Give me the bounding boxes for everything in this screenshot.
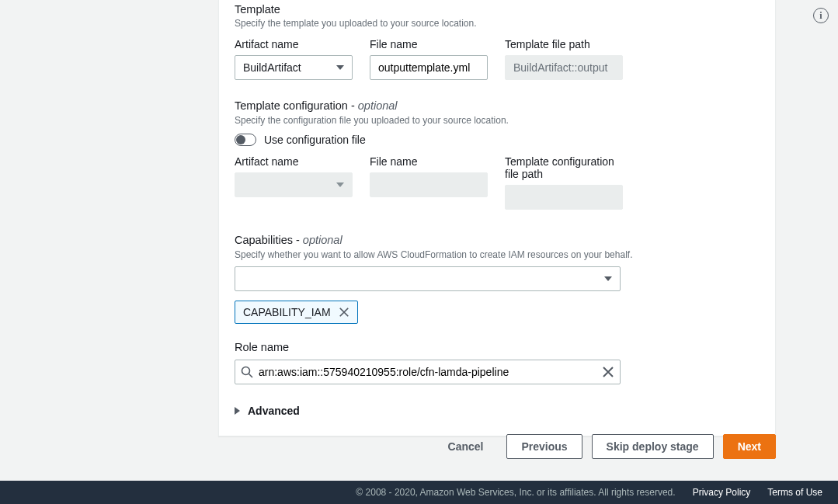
clear-input-icon[interactable]	[602, 366, 614, 378]
template-path-display: BuildArtifact::output	[505, 55, 623, 80]
chevron-down-icon	[336, 65, 344, 70]
privacy-policy-link[interactable]: Privacy Policy	[693, 487, 751, 498]
template-path-label: Template file path	[505, 38, 623, 50]
info-icon[interactable]: i	[813, 8, 829, 23]
config-artifact-select	[235, 172, 353, 197]
chevron-down-icon	[336, 182, 344, 187]
capability-token: CAPABILITY_IAM	[235, 301, 358, 324]
capability-token-label: CAPABILITY_IAM	[243, 306, 331, 318]
footer-copyright: © 2008 - 2020, Amazon Web Services, Inc.…	[356, 487, 675, 498]
artifact-name-value: BuildArtifact	[243, 61, 301, 74]
role-name-label: Role name	[235, 341, 760, 353]
use-config-file-toggle[interactable]	[235, 134, 256, 146]
config-path-display	[505, 185, 623, 210]
template-desc: Specify the template you uploaded to you…	[235, 18, 760, 29]
skip-deploy-button[interactable]: Skip deploy stage	[592, 434, 714, 459]
config-artifact-label: Artifact name	[235, 155, 353, 168]
template-title: Template	[235, 3, 760, 16]
use-config-file-label: Use configuration file	[264, 134, 366, 146]
advanced-toggle[interactable]: Advanced	[235, 405, 760, 417]
form-card: Template Specify the template you upload…	[218, 0, 776, 436]
config-path-label: Template configuration file path	[505, 155, 623, 180]
config-desc: Specify the configuration file you uploa…	[235, 115, 760, 126]
file-name-input[interactable]	[370, 55, 488, 80]
footer: © 2008 - 2020, Amazon Web Services, Inc.…	[0, 481, 838, 504]
caret-right-icon	[235, 407, 240, 415]
capabilities-desc: Specify whether you want to allow AWS Cl…	[235, 249, 760, 260]
config-file-label: File name	[370, 155, 488, 168]
artifact-name-label: Artifact name	[235, 38, 353, 50]
cancel-button[interactable]: Cancel	[434, 434, 498, 459]
capabilities-title: Capabilities - optional	[235, 234, 343, 246]
wizard-buttons: Cancel Previous Skip deploy stage Next	[434, 434, 776, 459]
config-title: Template configuration - optional	[235, 99, 398, 112]
artifact-name-select[interactable]: BuildArtifact	[235, 55, 353, 80]
remove-token-icon[interactable]	[339, 307, 349, 318]
file-name-label: File name	[370, 38, 488, 50]
config-file-input	[370, 172, 488, 197]
advanced-label: Advanced	[248, 405, 300, 417]
role-name-input[interactable]	[235, 360, 621, 384]
chevron-down-icon	[604, 276, 612, 281]
next-button[interactable]: Next	[723, 434, 776, 459]
previous-button[interactable]: Previous	[506, 434, 582, 459]
capabilities-select[interactable]	[235, 266, 621, 291]
terms-of-use-link[interactable]: Terms of Use	[767, 487, 822, 498]
